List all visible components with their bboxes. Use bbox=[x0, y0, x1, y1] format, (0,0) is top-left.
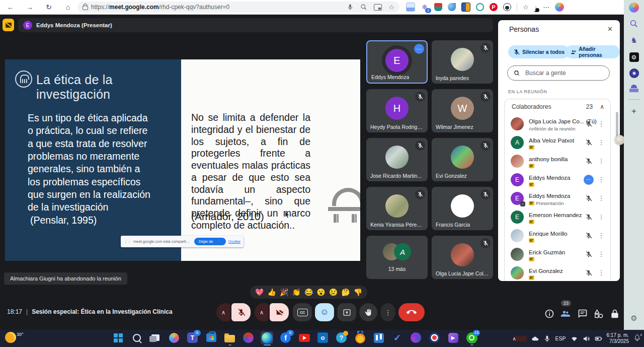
github-icon[interactable] bbox=[503, 3, 511, 11]
speaking-more-icon[interactable]: ⋯ bbox=[584, 175, 594, 185]
participant-row[interactable]: Erick Guzmán ⋮ bbox=[505, 245, 610, 263]
participant-menu-button[interactable]: ⋮ bbox=[596, 120, 606, 127]
sidebar-settings-gear-icon[interactable]: ⚙ bbox=[624, 314, 644, 323]
extension-duo-icon[interactable] bbox=[461, 3, 470, 12]
sidebar-add-button[interactable]: + bbox=[631, 106, 636, 116]
downloads-button[interactable]: ↓ bbox=[534, 4, 538, 11]
collapse-chevron-icon[interactable]: ∧ bbox=[600, 103, 604, 110]
collaborators-group-header[interactable]: Colaboradores 23 ∧ bbox=[505, 99, 610, 114]
weather-widget[interactable]: 30° bbox=[5, 332, 24, 343]
reaction-thumbs-up[interactable]: 👍 bbox=[267, 288, 276, 296]
bank-app-icon[interactable] bbox=[428, 331, 441, 344]
youtube-icon[interactable] bbox=[298, 331, 310, 344]
raise-hand-button[interactable] bbox=[359, 303, 377, 321]
taskbar-search-icon[interactable] bbox=[130, 331, 143, 344]
drag-handle-icon[interactable]: ⋮⋮ bbox=[124, 239, 131, 244]
presentation-paused-icon[interactable] bbox=[3, 19, 14, 31]
copilot-taskbar-icon[interactable] bbox=[168, 331, 180, 344]
tile-more-icon[interactable]: ⋯ bbox=[414, 44, 424, 54]
video-tile[interactable]: Francis Garcia bbox=[432, 187, 493, 230]
copilot-sidebar-icon[interactable] bbox=[629, 3, 639, 13]
add-people-button[interactable]: Añadir personas bbox=[566, 45, 620, 58]
camera-toggle-button[interactable] bbox=[270, 303, 289, 321]
favorites-list-icon[interactable]: ☆ bbox=[523, 4, 529, 11]
home-button[interactable]: ⌂ bbox=[61, 3, 74, 11]
reaction-thinking[interactable]: 🤔 bbox=[341, 288, 350, 296]
help-app-icon[interactable]: ? bbox=[335, 331, 348, 344]
mic-options-chevron[interactable]: ∧ bbox=[216, 303, 230, 321]
participant-row[interactable]: anthony bonilla ⋮ bbox=[505, 152, 610, 170]
people-search[interactable] bbox=[507, 65, 610, 81]
participant-row[interactable]: Enrique Morillo ⋮ bbox=[505, 226, 610, 245]
participant-row[interactable]: Evi Gonzalez ⋮ bbox=[505, 263, 610, 281]
media-controls-icon[interactable] bbox=[374, 4, 382, 11]
people-search-input[interactable] bbox=[524, 69, 603, 77]
hide-share-bar-link[interactable]: Ocultar bbox=[228, 239, 240, 244]
whatsapp-icon[interactable]: 15 bbox=[465, 331, 478, 344]
start-button[interactable] bbox=[112, 331, 124, 344]
extension-notes-icon[interactable] bbox=[406, 3, 415, 12]
captions-button[interactable]: CC bbox=[293, 303, 312, 321]
more-options-button[interactable]: ⋮ bbox=[380, 303, 395, 321]
participant-row[interactable]: E Eddys Mendoza ⋯ ⋮ bbox=[505, 170, 610, 189]
activities-button[interactable] bbox=[594, 309, 605, 320]
reaction-surprised[interactable]: 😮 bbox=[316, 288, 325, 296]
leave-call-button[interactable] bbox=[398, 303, 425, 321]
participant-menu-button[interactable]: ⋮ bbox=[596, 176, 606, 183]
participant-row[interactable]: E▪ Eddys Mendoza Presentación ⋮ bbox=[505, 189, 610, 207]
participant-menu-button[interactable]: ⋮ bbox=[596, 194, 606, 202]
reaction-laugh[interactable]: 😂 bbox=[304, 288, 313, 296]
extension-rings-icon[interactable] bbox=[476, 3, 484, 11]
participant-menu-button[interactable]: ⋮ bbox=[596, 138, 606, 146]
reaction-clap[interactable]: 👏 bbox=[292, 288, 300, 296]
back-button[interactable]: ← bbox=[4, 3, 17, 11]
people-panel-button[interactable] bbox=[560, 309, 572, 320]
video-tile[interactable]: H Heydy Paola Rodrigu... bbox=[366, 89, 428, 132]
extension-feather-icon[interactable] bbox=[448, 3, 456, 11]
sidebar-flyout-handle[interactable] bbox=[615, 135, 625, 145]
outlook-icon[interactable]: o bbox=[316, 331, 329, 344]
camera-options-chevron[interactable]: ∧ bbox=[255, 303, 269, 321]
reload-button[interactable]: ↻ bbox=[42, 3, 55, 11]
microsoft-store-icon[interactable] bbox=[205, 331, 217, 344]
mute-all-button[interactable]: Silenciar a todos bbox=[508, 45, 570, 58]
sidebar-capitol-icon[interactable] bbox=[629, 85, 639, 93]
onedrive-icon[interactable] bbox=[531, 335, 539, 342]
sidebar-search-icon[interactable] bbox=[629, 19, 638, 28]
todo-icon[interactable]: ✓ bbox=[391, 331, 404, 344]
zoom-icon[interactable] bbox=[360, 4, 367, 11]
battery-icon[interactable] bbox=[595, 335, 602, 342]
tray-microphone-icon[interactable] bbox=[543, 335, 551, 342]
video-tile[interactable]: loyda paredes bbox=[432, 40, 493, 84]
pinterest-icon[interactable]: P bbox=[490, 3, 498, 11]
chat-button[interactable] bbox=[578, 309, 589, 320]
microsoft-365-icon[interactable] bbox=[242, 331, 255, 344]
volume-icon[interactable] bbox=[583, 335, 590, 342]
rewards-icon[interactable] bbox=[354, 331, 366, 344]
facebook-icon[interactable]: f6 bbox=[279, 331, 292, 344]
participant-row[interactable]: Olga Lucia Jape Co... (Tú) Anfitrión de … bbox=[505, 114, 610, 133]
meeting-details-icon[interactable] bbox=[544, 309, 555, 320]
video-tile[interactable]: Jose Ricardo Martin... bbox=[366, 138, 428, 181]
bookmark-star-icon[interactable]: ☆ bbox=[388, 4, 394, 11]
video-tile[interactable]: E ⋯ Eddys Mendoza bbox=[366, 40, 428, 84]
participant-menu-button[interactable]: ⋮ bbox=[596, 232, 606, 239]
browser-menu-button[interactable]: ⋯ bbox=[543, 4, 549, 11]
close-panel-button[interactable]: ✕ bbox=[607, 25, 613, 33]
participant-menu-button[interactable]: ⋮ bbox=[596, 213, 606, 221]
video-tile[interactable]: Olga Lucia Jape Colli... bbox=[432, 236, 493, 279]
wifi-icon[interactable] bbox=[571, 335, 578, 342]
reaction-heart[interactable]: 💖 bbox=[255, 288, 264, 296]
sidebar-globe-icon[interactable] bbox=[629, 68, 639, 78]
presenter-chip[interactable]: E Eddys Mendoza (Presentar) bbox=[18, 18, 493, 32]
participant-menu-button[interactable]: ⋮ bbox=[596, 250, 606, 258]
tray-expand-chevron[interactable]: ∧ bbox=[513, 336, 527, 341]
video-tile[interactable]: W Wilmar Jimenez bbox=[432, 89, 493, 132]
clipchamp-icon[interactable]: ▶ bbox=[447, 331, 459, 344]
participant-row[interactable]: A Alba Veloz Patxot ⋮ bbox=[505, 133, 610, 152]
edge-browser-icon[interactable] bbox=[261, 331, 273, 344]
video-tile[interactable]: Evi Gonzalez bbox=[432, 138, 493, 181]
participant-menu-button[interactable]: ⋮ bbox=[596, 269, 606, 276]
copilot-icon[interactable] bbox=[555, 3, 564, 12]
reaction-party[interactable]: 🎉 bbox=[280, 288, 288, 296]
